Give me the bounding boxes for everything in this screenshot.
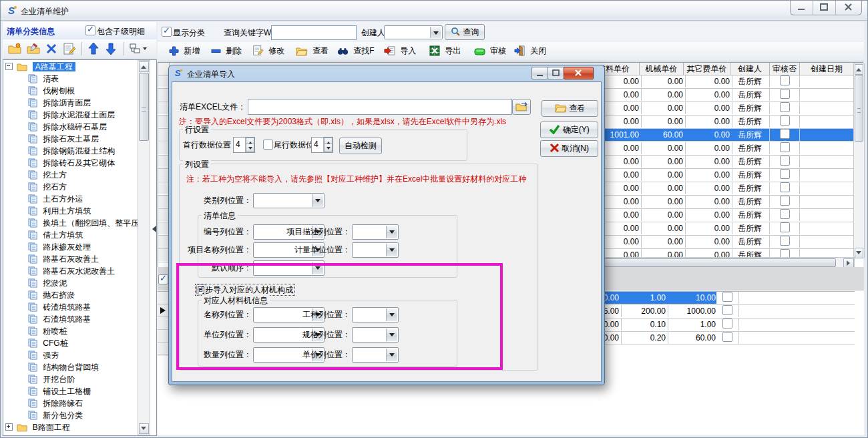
table-row[interactable]: 0.00 1.00 10.00 xyxy=(571,292,855,305)
tree-item-label[interactable]: 挖石方 xyxy=(43,182,67,192)
rename-node-button[interactable] xyxy=(63,42,76,55)
tree-item[interactable]: 拆除沥青面层 xyxy=(28,97,91,109)
tree-item[interactable]: 土石方外运 xyxy=(28,193,83,205)
tree-root-item[interactable]: A路基工程 xyxy=(5,61,75,73)
first-row-spinner[interactable]: 4 xyxy=(233,137,255,153)
tree-item-label[interactable]: 拆除水泥混凝土面层 xyxy=(43,110,115,120)
main-material-checkbox[interactable] xyxy=(722,318,732,328)
tree-item[interactable]: 挖土方 xyxy=(28,169,67,181)
show-category-checkbox[interactable] xyxy=(162,27,172,37)
detail-option-checkbox[interactable] xyxy=(158,274,168,284)
tree-bottom-root-item[interactable]: B路面工程 xyxy=(5,421,70,433)
tree-item-label[interactable]: 石渣填筑路基 xyxy=(43,314,91,324)
category-col-select[interactable] xyxy=(253,193,324,208)
tree-item[interactable]: 粉喷桩 xyxy=(28,325,67,337)
table-row[interactable]: 0.00 0.10 1.00 xyxy=(571,318,855,332)
tree-item-label[interactable]: 土石方外运 xyxy=(43,194,83,204)
tail-row-spinner[interactable]: 4 xyxy=(311,137,333,153)
spin-down-button[interactable] xyxy=(246,144,254,152)
tree-item-label[interactable]: 新分包分类 xyxy=(43,411,83,420)
tree-item-label[interactable]: 抛石挤淤 xyxy=(43,290,75,300)
col-other-price[interactable]: 其它费单价 xyxy=(684,63,730,75)
tree-item-label[interactable]: 砖渣填筑路基 xyxy=(43,302,91,312)
scroll-thumb[interactable] xyxy=(855,75,863,142)
col-machine-price[interactable]: 机械单价 xyxy=(640,63,684,75)
tree-item-label[interactable]: 拆除石灰土基层 xyxy=(43,134,99,144)
category-tree[interactable]: A路基工程 清表 xyxy=(3,59,157,436)
levels-dropdown-arrow[interactable] xyxy=(143,47,147,52)
audit-checkbox[interactable] xyxy=(780,75,790,85)
price-table-vscrollbar[interactable] xyxy=(853,63,865,258)
audit-checkbox[interactable] xyxy=(780,102,790,112)
move-down-button[interactable] xyxy=(105,42,117,55)
col-create-date[interactable]: 创建日期 xyxy=(800,63,854,75)
minimize-button[interactable] xyxy=(791,1,813,15)
audit-checkbox[interactable] xyxy=(780,209,790,219)
tree-item-label[interactable]: 开挖台阶 xyxy=(43,375,75,384)
tree-item[interactable]: 路基石灰水泥改善土 xyxy=(28,265,115,277)
audit-checkbox[interactable] xyxy=(780,116,790,126)
tree-item-label[interactable]: 铺设土工格栅 xyxy=(43,387,91,396)
main-material-checkbox[interactable] xyxy=(722,292,732,302)
tree-item[interactable]: 伐树刨根 xyxy=(28,85,75,97)
audit-button[interactable]: 审核 xyxy=(474,43,506,59)
worktype-col-select[interactable] xyxy=(352,307,399,322)
tree-item-label[interactable]: 粉喷桩 xyxy=(43,326,67,336)
tree-item-label[interactable]: 伐树刨根 xyxy=(43,86,75,95)
excel-file-input[interactable] xyxy=(248,99,512,115)
price-col-select[interactable] xyxy=(352,347,399,363)
audit-checkbox[interactable] xyxy=(780,129,790,139)
tree-item[interactable]: 利用土方填筑 xyxy=(28,205,91,217)
tree-item[interactable]: 强夯 xyxy=(28,349,59,361)
spin-down-button[interactable] xyxy=(324,144,333,152)
scroll-thumb[interactable] xyxy=(139,73,149,141)
tree-item-label[interactable]: 拆除钢筋混凝土结构 xyxy=(43,146,115,156)
maximize-button[interactable] xyxy=(813,1,836,15)
tree-item-label[interactable]: 挖土方 xyxy=(43,170,67,180)
import-button[interactable]: 导入 xyxy=(384,43,416,59)
tree-item[interactable]: 挖淤泥 xyxy=(28,277,67,289)
tree-item[interactable]: 砖渣填筑路基 xyxy=(28,301,91,313)
new-folder-button[interactable] xyxy=(8,43,21,55)
dialog-maximize-button[interactable] xyxy=(548,67,564,79)
audit-checkbox[interactable] xyxy=(780,236,790,246)
add-button[interactable]: 新增 xyxy=(169,43,200,59)
audit-checkbox[interactable] xyxy=(780,89,790,99)
close-window-button[interactable]: 关闭 xyxy=(514,43,546,59)
tree-item[interactable]: 开挖台阶 xyxy=(28,373,75,385)
tree-item[interactable]: 借土方填筑 xyxy=(28,229,83,241)
tree-item-label[interactable]: 拆除砖石及其它砌体 xyxy=(43,158,115,168)
col-creator[interactable]: 创建人 xyxy=(730,63,770,75)
tree-item[interactable]: 石渣填筑路基 xyxy=(28,313,91,325)
spec-col-select[interactable] xyxy=(352,327,399,343)
search-button[interactable]: 查询 xyxy=(445,24,485,40)
tree-item[interactable]: 挖石方 xyxy=(28,181,67,193)
sync-import-label[interactable]: 同步导入对应的人材机构成 xyxy=(196,284,294,295)
close-button[interactable] xyxy=(836,1,861,15)
scroll-up-button[interactable] xyxy=(139,61,149,72)
order-col-select[interactable] xyxy=(253,260,324,276)
browse-file-button[interactable] xyxy=(512,99,531,115)
delete-button[interactable]: 删除 xyxy=(211,43,242,59)
tree-item[interactable]: 拆除路缘石 xyxy=(28,397,83,409)
tree-item[interactable]: 拆除水稳碎石基层 xyxy=(28,121,107,133)
tree-item[interactable]: 拆除砖石及其它砌体 xyxy=(28,157,115,169)
delete-node-button[interactable] xyxy=(45,43,57,55)
audit-checkbox[interactable] xyxy=(780,156,790,166)
find-button[interactable]: 查找F xyxy=(337,43,375,59)
dialog-minimize-button[interactable] xyxy=(531,67,548,79)
expand-icon[interactable] xyxy=(5,423,13,431)
dialog-view-button[interactable]: 查看 xyxy=(541,100,598,117)
creator-select[interactable] xyxy=(384,25,443,39)
scroll-down-button[interactable] xyxy=(139,423,149,434)
table-row[interactable]: 5.00 200.00 1000.00 xyxy=(571,305,855,318)
tree-item-label[interactable]: 换填土（翻挖回填、整平压 xyxy=(43,218,139,228)
tree-item-label[interactable]: 强夯 xyxy=(43,351,59,360)
tree-item-label[interactable]: 路基石灰水泥改善土 xyxy=(43,266,115,276)
ok-button[interactable]: 确定(Y) xyxy=(540,122,598,138)
modify-button[interactable]: 修改 xyxy=(252,43,284,59)
tree-bottom-root-label[interactable]: B路面工程 xyxy=(33,423,70,432)
tree-item-label[interactable]: 路床掺灰处理 xyxy=(43,242,91,252)
scroll-up-button[interactable] xyxy=(855,64,863,75)
main-material-checkbox[interactable] xyxy=(722,305,732,315)
